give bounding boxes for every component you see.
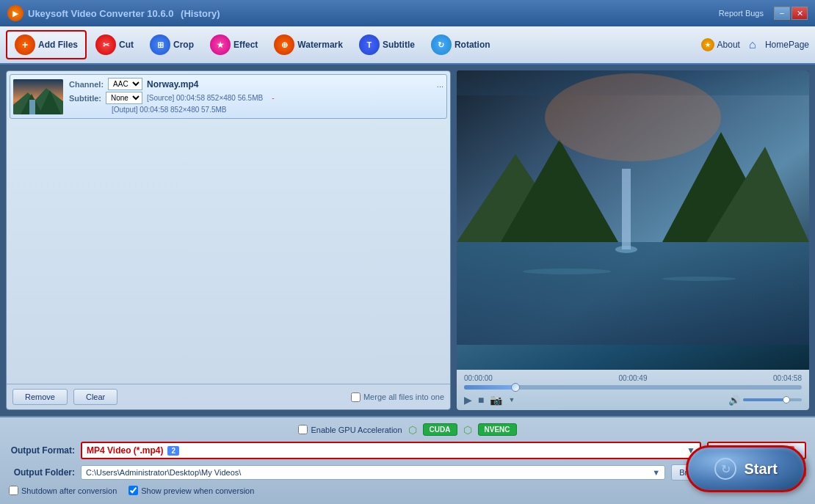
format-label: Output Format: bbox=[9, 445, 75, 456]
file-thumbnail bbox=[13, 79, 63, 114]
merge-checkbox[interactable] bbox=[351, 392, 361, 402]
gpu-acceleration-check: Enable GPU Acceleration bbox=[298, 425, 402, 434]
channel-select[interactable]: AAC bbox=[108, 78, 142, 90]
about-icon: ★ bbox=[701, 38, 714, 51]
svg-rect-12 bbox=[622, 169, 631, 249]
table-row: Channel: AAC Norway.mp4 ... Subtitle: No… bbox=[10, 74, 447, 119]
progress-thumb[interactable] bbox=[511, 383, 520, 392]
shutdown-checkbox[interactable] bbox=[9, 486, 18, 495]
volume-icon: 🔊 bbox=[728, 395, 740, 406]
subtitle-button[interactable]: T Subtitle bbox=[352, 32, 422, 58]
rotation-label: Rotation bbox=[454, 40, 490, 50]
progress-fill bbox=[464, 385, 515, 390]
folder-label: Output Folder: bbox=[9, 467, 75, 478]
watermark-icon: ⊕ bbox=[274, 34, 294, 55]
watermark-label: Watermark bbox=[297, 40, 343, 50]
about-button[interactable]: ★ About bbox=[701, 38, 740, 51]
rotation-button[interactable]: ↻ Rotation bbox=[424, 32, 498, 58]
preview-panel: 00:00:00 00:00:49 00:04:58 ▶ ■ 📷 ▼ 🔊 bbox=[457, 70, 809, 410]
preview-label: Show preview when conversion bbox=[141, 486, 254, 495]
subtitle-label: Subtitle: bbox=[69, 94, 101, 103]
cut-icon: ✂ bbox=[95, 34, 116, 55]
volume-track[interactable] bbox=[743, 398, 802, 401]
gpu-checkbox[interactable] bbox=[298, 425, 308, 434]
preview-checkbox[interactable] bbox=[128, 486, 138, 495]
add-files-icon: + bbox=[15, 34, 35, 55]
time-start: 00:00:00 bbox=[464, 374, 493, 382]
crop-label: Crop bbox=[173, 40, 194, 50]
toolbar: + Add Files ✂ Cut ⊞ Crop ★ Effect ⊕ Wate… bbox=[0, 26, 815, 65]
crop-button[interactable]: ⊞ Crop bbox=[142, 32, 201, 58]
cut-label: Cut bbox=[119, 40, 134, 50]
subtitle-label: Subtitle bbox=[383, 40, 415, 50]
preview-check: Show preview when conversion bbox=[128, 486, 254, 495]
time-mid: 00:00:49 bbox=[619, 374, 648, 382]
subtitle-icon: T bbox=[359, 34, 380, 55]
folder-value: C:\Users\Administrator\Desktop\My Videos… bbox=[86, 468, 241, 477]
watermark-button[interactable]: ⊕ Watermark bbox=[267, 32, 350, 58]
merge-label: Merge all files into one bbox=[363, 392, 444, 401]
play-button[interactable]: ▶ bbox=[464, 394, 472, 406]
history-label: (History) bbox=[181, 8, 220, 19]
effect-label: Effect bbox=[233, 40, 258, 50]
preview-controls: 00:00:00 00:00:49 00:04:58 ▶ ■ 📷 ▼ 🔊 bbox=[457, 370, 809, 410]
effect-icon: ★ bbox=[210, 34, 231, 55]
format-value: MP4 Video (*.mp4) bbox=[87, 445, 163, 456]
file-metadata: Channel: AAC Norway.mp4 ... Subtitle: No… bbox=[69, 78, 443, 115]
format-num-badge: 2 bbox=[167, 446, 179, 456]
merge-check: Merge all files into one bbox=[351, 392, 444, 402]
source-dash: - bbox=[272, 94, 274, 102]
svg-point-14 bbox=[523, 269, 611, 274]
app-name: Ukeysoft Video Converter 10.6.0 bbox=[28, 8, 173, 19]
clear-button[interactable]: Clear bbox=[73, 389, 117, 405]
close-button[interactable]: ✕ bbox=[792, 7, 808, 20]
shutdown-check: Shutdown after conversion bbox=[9, 486, 117, 495]
svg-rect-4 bbox=[29, 100, 35, 114]
file-options-button[interactable]: ... bbox=[437, 80, 443, 89]
svg-point-13 bbox=[615, 246, 637, 253]
nvenc-badge: NVENC bbox=[478, 423, 517, 436]
app-title: Ukeysoft Video Converter 10.6.0 (History… bbox=[28, 8, 719, 19]
file-panel: Channel: AAC Norway.mp4 ... Subtitle: No… bbox=[6, 70, 451, 410]
folder-select-wrap[interactable]: C:\Users\Administrator\Desktop\My Videos… bbox=[81, 465, 665, 480]
output-info: [Output] 00:04:58 852×480 57.5MB bbox=[112, 106, 227, 114]
home-icon: ⌂ bbox=[749, 38, 762, 51]
nvidia-logo: ⬡ bbox=[408, 424, 417, 436]
svg-point-15 bbox=[662, 277, 736, 281]
about-label: About bbox=[717, 40, 740, 50]
toolbar-right: ★ About ⌂ HomePage bbox=[701, 38, 809, 51]
screenshot-dropdown[interactable]: ▼ bbox=[508, 396, 515, 403]
nvidia-logo2: ⬡ bbox=[463, 424, 472, 436]
seek-bar[interactable] bbox=[464, 385, 802, 390]
titlebar: ▶ Ukeysoft Video Converter 10.6.0 (Histo… bbox=[0, 0, 815, 26]
minimize-button[interactable]: − bbox=[774, 7, 790, 20]
start-button[interactable]: ↻ Start bbox=[686, 445, 806, 492]
cut-button[interactable]: ✂ Cut bbox=[88, 32, 141, 58]
start-button-wrap: ↻ Start bbox=[686, 445, 806, 492]
homepage-label: HomePage bbox=[765, 40, 809, 50]
stop-button[interactable]: ■ bbox=[478, 394, 484, 406]
volume-bar: 🔊 bbox=[728, 395, 802, 406]
volume-thumb[interactable] bbox=[783, 396, 790, 403]
svg-point-10 bbox=[545, 73, 721, 161]
preview-video bbox=[457, 70, 809, 370]
add-files-button[interactable]: + Add Files bbox=[6, 30, 87, 59]
subtitle-select[interactable]: None bbox=[106, 92, 142, 104]
screenshot-button[interactable]: 📷 bbox=[490, 394, 502, 406]
main-area: Channel: AAC Norway.mp4 ... Subtitle: No… bbox=[0, 65, 815, 416]
report-bugs-link[interactable]: Report Bugs bbox=[719, 9, 764, 18]
homepage-button[interactable]: ⌂ HomePage bbox=[749, 38, 809, 51]
control-row: ▶ ■ 📷 ▼ 🔊 bbox=[464, 394, 802, 406]
time-end: 00:04:58 bbox=[773, 374, 802, 382]
add-files-label: Add Files bbox=[38, 40, 78, 50]
format-select-wrap[interactable]: MP4 Video (*.mp4) 2 ▼ bbox=[81, 442, 701, 459]
start-label: Start bbox=[744, 461, 778, 478]
start-icon: ↻ bbox=[714, 458, 736, 480]
channel-label: Channel: bbox=[69, 80, 104, 89]
file-list: Channel: AAC Norway.mp4 ... Subtitle: No… bbox=[7, 71, 450, 384]
svg-rect-11 bbox=[457, 242, 809, 345]
source-info: [Source] 00:04:58 852×480 56.5MB bbox=[147, 94, 263, 102]
effect-button[interactable]: ★ Effect bbox=[203, 32, 265, 58]
remove-button[interactable]: Remove bbox=[12, 389, 68, 405]
file-actions: Remove Clear Merge all files into one bbox=[7, 384, 450, 409]
